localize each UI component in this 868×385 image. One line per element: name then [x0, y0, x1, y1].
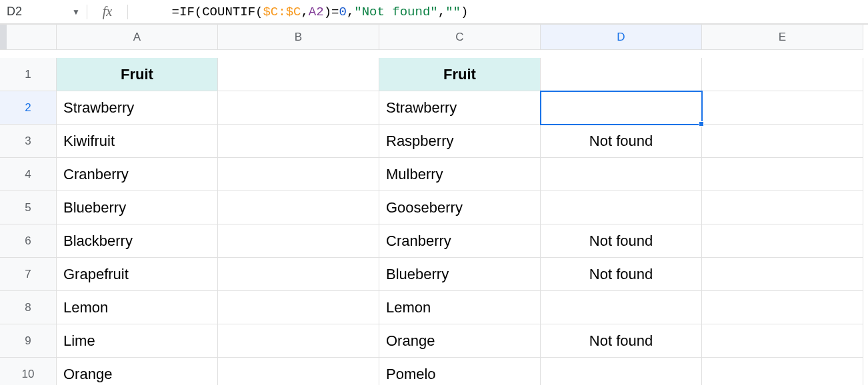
formula-ref: A2 — [309, 5, 324, 19]
cell-E9[interactable] — [702, 324, 863, 358]
row-header-7[interactable]: 7 — [0, 258, 57, 291]
cell-B1[interactable] — [218, 58, 379, 91]
col-header-B[interactable]: B — [218, 25, 379, 50]
cell-B3[interactable] — [218, 125, 379, 158]
row-header-5[interactable]: 5 — [0, 191, 57, 224]
cell-E4[interactable] — [702, 158, 863, 191]
cell-C1[interactable]: Fruit — [379, 58, 541, 91]
row-header-6[interactable]: 6 — [0, 224, 57, 258]
cell-A6[interactable]: Blackberry — [57, 224, 218, 258]
cell-C9[interactable]: Orange — [379, 324, 541, 358]
formula-token: =IF(COUNTIF( — [172, 5, 263, 19]
cell-A7[interactable]: Grapefruit — [57, 258, 218, 291]
cell-D7[interactable]: Not found — [541, 258, 702, 291]
cell-C7[interactable]: Blueberry — [379, 258, 541, 291]
cell-D8[interactable] — [541, 291, 702, 324]
cell-A4[interactable]: Cranberry — [57, 158, 218, 191]
col-header-A[interactable]: A — [57, 25, 218, 50]
cell-C10[interactable]: Pomelo — [379, 358, 541, 385]
formula-token: , — [438, 5, 445, 19]
cell-B5[interactable] — [218, 191, 379, 224]
cell-E10[interactable] — [702, 358, 863, 385]
cell-A9[interactable]: Lime — [57, 324, 218, 358]
col-header-E[interactable]: E — [702, 25, 863, 50]
cell-E6[interactable] — [702, 224, 863, 258]
cell-A3[interactable]: Kiwifruit — [57, 125, 218, 158]
cell-B8[interactable] — [218, 291, 379, 324]
cell-C5[interactable]: Gooseberry — [379, 191, 541, 224]
cell-E5[interactable] — [702, 191, 863, 224]
name-box-value: D2 — [7, 5, 22, 19]
cell-B7[interactable] — [218, 258, 379, 291]
chevron-down-icon[interactable]: ▼ — [72, 7, 87, 17]
formula-string: "Not found" — [354, 5, 437, 19]
formula-token: , — [301, 5, 308, 19]
fx-icon: fx — [87, 4, 127, 19]
cell-D10[interactable] — [541, 358, 702, 385]
cell-B4[interactable] — [218, 158, 379, 191]
cell-E1[interactable] — [702, 58, 863, 91]
col-header-C[interactable]: C — [379, 25, 541, 50]
cell-C6[interactable]: Cranberry — [379, 224, 541, 258]
cell-A5[interactable]: Blueberry — [57, 191, 218, 224]
formula-token: ) — [461, 5, 468, 19]
selection-handle[interactable] — [699, 121, 704, 127]
cell-D3[interactable]: Not found — [541, 125, 702, 158]
cell-E8[interactable] — [702, 291, 863, 324]
select-all-corner[interactable] — [0, 25, 57, 50]
formula-string: "" — [445, 5, 461, 19]
cell-E7[interactable] — [702, 258, 863, 291]
cell-D6[interactable]: Not found — [541, 224, 702, 258]
cell-C8[interactable]: Lemon — [379, 291, 541, 324]
row-header-8[interactable]: 8 — [0, 291, 57, 324]
cell-A8[interactable]: Lemon — [57, 291, 218, 324]
cell-D4[interactable] — [541, 158, 702, 191]
cell-B6[interactable] — [218, 224, 379, 258]
row-header-4[interactable]: 4 — [0, 158, 57, 191]
formula-number: 0 — [339, 5, 346, 19]
formula-range: $C:$C — [263, 5, 301, 19]
formula-token: , — [347, 5, 354, 19]
cell-D9[interactable]: Not found — [541, 324, 702, 358]
row-header-9[interactable]: 9 — [0, 324, 57, 358]
cell-E3[interactable] — [702, 125, 863, 158]
cell-A2[interactable]: Strawberry — [57, 91, 218, 125]
cell-A10[interactable]: Orange — [57, 358, 218, 385]
formula-token: )= — [324, 5, 339, 19]
cell-C4[interactable]: Mulberry — [379, 158, 541, 191]
row-header-2[interactable]: 2 — [0, 91, 57, 125]
row-header-3[interactable]: 3 — [0, 125, 57, 158]
cell-B9[interactable] — [218, 324, 379, 358]
cell-D5[interactable] — [541, 191, 702, 224]
cell-D2[interactable] — [541, 91, 702, 125]
cell-A1[interactable]: Fruit — [57, 58, 218, 91]
cell-B2[interactable] — [218, 91, 379, 125]
col-header-D[interactable]: D — [541, 25, 702, 50]
name-box[interactable]: D2 ▼ — [0, 5, 87, 19]
spreadsheet-grid[interactable]: A B C D E 1 Fruit Fruit 2 Strawberry Str… — [0, 24, 868, 385]
row-header-10[interactable]: 10 — [0, 358, 57, 385]
cell-C2[interactable]: Strawberry — [379, 91, 541, 125]
cell-D1[interactable] — [541, 58, 702, 91]
formula-bar: D2 ▼ fx =IF(COUNTIF($C:$C,A2)=0,"Not fou… — [0, 0, 868, 24]
row-header-1[interactable]: 1 — [0, 58, 57, 91]
cell-B10[interactable] — [218, 358, 379, 385]
cell-E2[interactable] — [702, 91, 863, 125]
cell-C3[interactable]: Raspberry — [379, 125, 541, 158]
